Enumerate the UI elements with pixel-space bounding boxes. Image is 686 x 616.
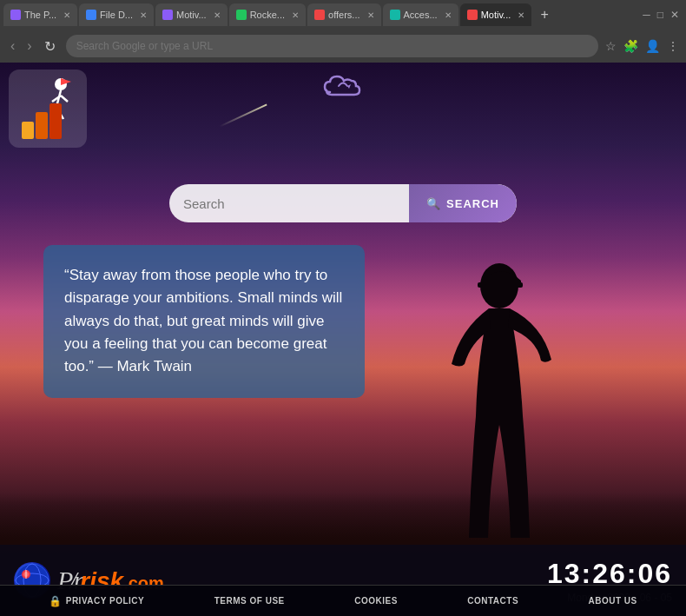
bookmark-icon[interactable]: ☆ <box>605 39 617 53</box>
footer-nav-item-privacy[interactable]: 🔒 PRIVACY POLICY <box>49 595 144 607</box>
tab-label-1: The P... <box>24 10 56 20</box>
footer-nav-item-contacts[interactable]: CONTACTS <box>467 596 518 606</box>
tab-2[interactable]: File D... ✕ <box>79 3 154 26</box>
svg-rect-10 <box>22 122 34 139</box>
tab-bar: The P... ✕ File D... ✕ Motiv... ✕ Rocke.… <box>0 0 686 30</box>
extension-icon[interactable]: 🧩 <box>623 39 638 53</box>
tab-close-6[interactable]: ✕ <box>445 10 452 20</box>
contacts-label: CONTACTS <box>467 596 518 606</box>
tab-label-4: Rocke... <box>250 10 285 20</box>
address-input[interactable] <box>66 35 598 57</box>
tab-close-5[interactable]: ✕ <box>367 10 374 20</box>
tab-close-7[interactable]: ✕ <box>518 10 524 20</box>
logo-icon <box>9 70 87 148</box>
cloud-icon <box>321 73 365 105</box>
tab-favicon-6 <box>390 10 400 20</box>
search-area: 🔍 SEARCH <box>169 184 517 222</box>
tab-label-6: Acces... <box>404 10 438 20</box>
window-maximize-icon[interactable]: □ <box>657 9 663 21</box>
tab-favicon-1 <box>10 10 21 20</box>
browser-chrome: The P... ✕ File D... ✕ Motiv... ✕ Rocke.… <box>0 0 686 63</box>
forward-button[interactable]: › <box>23 36 35 56</box>
quote-card: “Stay away from those people who try to … <box>43 245 365 398</box>
search-button[interactable]: 🔍 SEARCH <box>409 184 517 222</box>
page-content: 🔍 SEARCH “Stay away from those people wh… <box>0 63 686 616</box>
tab-close-2[interactable]: ✕ <box>140 10 147 20</box>
tab-label-7: Motiv... <box>481 10 511 20</box>
tab-7-active[interactable]: Motiv... ✕ <box>460 3 532 26</box>
svg-rect-11 <box>36 112 48 139</box>
tab-close-4[interactable]: ✕ <box>292 10 299 20</box>
cookies-label: COOKIES <box>354 596 398 606</box>
svg-line-7 <box>61 96 68 102</box>
tab-4[interactable]: Rocke... ✕ <box>229 3 306 26</box>
address-bar: ‹ › ↻ ☆ 🧩 👤 ⋮ <box>0 30 686 63</box>
tab-favicon-3 <box>162 10 173 20</box>
window-minimize-icon[interactable]: ─ <box>643 9 650 21</box>
tab-label-3: Motiv... <box>176 10 207 20</box>
tab-favicon-2 <box>86 10 96 20</box>
terms-label: TERMS OF USE <box>214 596 285 606</box>
tab-label-2: File D... <box>100 10 133 20</box>
tab-favicon-4 <box>236 10 247 20</box>
privacy-icon: 🔒 <box>49 595 63 607</box>
svg-rect-12 <box>49 103 62 139</box>
tab-6[interactable]: Acces... ✕ <box>383 3 458 26</box>
footer-nav: 🔒 PRIVACY POLICY TERMS OF USE COOKIES CO… <box>0 585 686 616</box>
new-tab-button[interactable]: + <box>533 3 556 26</box>
search-button-label: SEARCH <box>446 197 499 210</box>
search-input[interactable] <box>169 196 409 211</box>
ground-layer <box>0 493 686 545</box>
silhouette-figure <box>408 242 582 546</box>
quote-text: “Stay away from those people who try to … <box>64 264 344 379</box>
back-button[interactable]: ‹ <box>7 36 18 56</box>
tab-favicon-5 <box>314 10 325 20</box>
window-close-icon[interactable]: ✕ <box>670 9 679 21</box>
footer-nav-item-cookies[interactable]: COOKIES <box>354 596 398 606</box>
svg-rect-1 <box>478 282 523 288</box>
tab-close-1[interactable]: ✕ <box>63 10 70 20</box>
reload-button[interactable]: ↻ <box>41 36 59 56</box>
svg-marker-13 <box>347 84 351 89</box>
privacy-policy-label: PRIVACY POLICY <box>66 596 145 606</box>
tab-5[interactable]: offers... ✕ <box>307 3 380 26</box>
menu-icon[interactable]: ⋮ <box>667 39 679 53</box>
about-us-label: ABOUT US <box>589 596 637 606</box>
search-icon: 🔍 <box>426 197 441 210</box>
footer-nav-item-terms[interactable]: TERMS OF USE <box>214 596 285 606</box>
tab-favicon-7 <box>467 10 478 20</box>
footer-nav-item-about[interactable]: ABOUT US <box>589 596 637 606</box>
profile-icon[interactable]: 👤 <box>645 39 660 53</box>
search-box: 🔍 SEARCH <box>169 184 517 222</box>
tab-1[interactable]: The P... ✕ <box>3 3 77 26</box>
tab-3[interactable]: Motiv... ✕ <box>155 3 228 26</box>
tab-label-5: offers... <box>328 10 359 20</box>
tab-close-3[interactable]: ✕ <box>214 10 221 20</box>
